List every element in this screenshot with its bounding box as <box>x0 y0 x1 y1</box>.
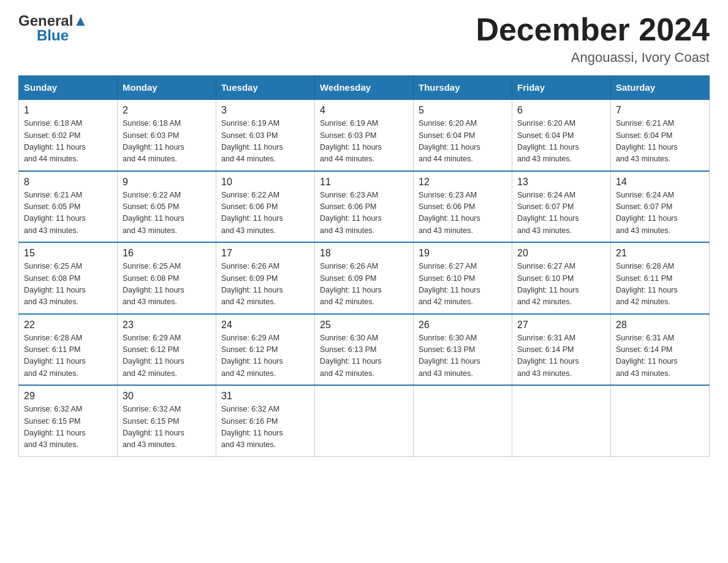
day-number: 27 <box>517 320 605 331</box>
day-info: Sunrise: 6:23 AMSunset: 6:06 PMDaylight:… <box>320 190 408 237</box>
day-info: Sunrise: 6:32 AMSunset: 6:16 PMDaylight:… <box>221 404 309 451</box>
calendar-cell: 12Sunrise: 6:23 AMSunset: 6:06 PMDayligh… <box>414 171 512 243</box>
calendar-week-row: 1Sunrise: 6:18 AMSunset: 6:02 PMDaylight… <box>19 99 710 171</box>
day-number: 26 <box>419 320 507 331</box>
calendar-cell: 5Sunrise: 6:20 AMSunset: 6:04 PMDaylight… <box>414 99 512 171</box>
calendar-week-row: 29Sunrise: 6:32 AMSunset: 6:15 PMDayligh… <box>19 385 710 456</box>
day-info: Sunrise: 6:32 AMSunset: 6:15 PMDaylight:… <box>123 404 211 451</box>
day-info: Sunrise: 6:26 AMSunset: 6:09 PMDaylight:… <box>320 261 408 308</box>
day-number: 9 <box>123 177 211 188</box>
day-number: 31 <box>221 391 309 402</box>
day-number: 20 <box>517 248 605 259</box>
day-info: Sunrise: 6:25 AMSunset: 6:08 PMDaylight:… <box>123 261 211 308</box>
day-number: 12 <box>419 177 507 188</box>
day-number: 10 <box>221 177 309 188</box>
day-info: Sunrise: 6:19 AMSunset: 6:03 PMDaylight:… <box>221 118 309 166</box>
calendar-cell: 11Sunrise: 6:23 AMSunset: 6:06 PMDayligh… <box>315 171 414 243</box>
day-info: Sunrise: 6:29 AMSunset: 6:12 PMDaylight:… <box>123 332 211 380</box>
header-friday: Friday <box>512 76 611 100</box>
calendar-cell: 21Sunrise: 6:28 AMSunset: 6:11 PMDayligh… <box>611 242 710 314</box>
day-info: Sunrise: 6:29 AMSunset: 6:12 PMDaylight:… <box>221 332 309 380</box>
calendar-cell: 16Sunrise: 6:25 AMSunset: 6:08 PMDayligh… <box>118 242 216 314</box>
header-thursday: Thursday <box>414 76 512 100</box>
day-info: Sunrise: 6:28 AMSunset: 6:11 PMDaylight:… <box>616 261 704 308</box>
day-info: Sunrise: 6:22 AMSunset: 6:05 PMDaylight:… <box>123 190 211 237</box>
day-info: Sunrise: 6:24 AMSunset: 6:07 PMDaylight:… <box>616 190 704 237</box>
calendar-cell: 25Sunrise: 6:30 AMSunset: 6:13 PMDayligh… <box>315 314 414 386</box>
header-saturday: Saturday <box>611 76 710 100</box>
calendar-cell: 3Sunrise: 6:19 AMSunset: 6:03 PMDaylight… <box>216 99 315 171</box>
calendar-cell: 9Sunrise: 6:22 AMSunset: 6:05 PMDaylight… <box>118 171 216 243</box>
day-number: 15 <box>24 248 112 259</box>
day-number: 21 <box>616 248 704 259</box>
day-number: 7 <box>616 105 704 116</box>
title-block: December 2024 Angouassi, Ivory Coast <box>476 12 710 66</box>
calendar-cell: 4Sunrise: 6:19 AMSunset: 6:03 PMDaylight… <box>315 99 414 171</box>
day-info: Sunrise: 6:28 AMSunset: 6:11 PMDaylight:… <box>24 332 112 380</box>
day-info: Sunrise: 6:27 AMSunset: 6:10 PMDaylight:… <box>419 261 507 308</box>
calendar-cell: 17Sunrise: 6:26 AMSunset: 6:09 PMDayligh… <box>216 242 315 314</box>
calendar-cell: 10Sunrise: 6:22 AMSunset: 6:06 PMDayligh… <box>216 171 315 243</box>
calendar-cell: 8Sunrise: 6:21 AMSunset: 6:05 PMDaylight… <box>19 171 118 243</box>
day-number: 30 <box>123 391 211 402</box>
day-info: Sunrise: 6:19 AMSunset: 6:03 PMDaylight:… <box>320 118 408 166</box>
day-number: 22 <box>24 320 112 331</box>
day-number: 3 <box>221 105 309 116</box>
day-info: Sunrise: 6:20 AMSunset: 6:04 PMDaylight:… <box>419 118 507 166</box>
header-wednesday: Wednesday <box>315 76 414 100</box>
day-number: 23 <box>123 320 211 331</box>
page-header: General▲ Blue December 2024 Angouassi, I… <box>18 12 710 66</box>
calendar-cell: 19Sunrise: 6:27 AMSunset: 6:10 PMDayligh… <box>414 242 512 314</box>
logo: General▲ Blue <box>18 12 88 44</box>
day-info: Sunrise: 6:30 AMSunset: 6:13 PMDaylight:… <box>320 332 408 380</box>
calendar-cell <box>611 385 710 456</box>
day-info: Sunrise: 6:21 AMSunset: 6:05 PMDaylight:… <box>24 190 112 237</box>
day-number: 25 <box>320 320 408 331</box>
day-number: 1 <box>24 105 112 116</box>
day-number: 2 <box>123 105 211 116</box>
calendar-cell: 22Sunrise: 6:28 AMSunset: 6:11 PMDayligh… <box>19 314 118 386</box>
day-number: 5 <box>419 105 507 116</box>
day-info: Sunrise: 6:22 AMSunset: 6:06 PMDaylight:… <box>221 190 309 237</box>
calendar-cell: 1Sunrise: 6:18 AMSunset: 6:02 PMDaylight… <box>19 99 118 171</box>
calendar-cell <box>315 385 414 456</box>
calendar-cell: 15Sunrise: 6:25 AMSunset: 6:08 PMDayligh… <box>19 242 118 314</box>
calendar-cell <box>414 385 512 456</box>
calendar-week-row: 15Sunrise: 6:25 AMSunset: 6:08 PMDayligh… <box>19 242 710 314</box>
day-number: 13 <box>517 177 605 188</box>
day-info: Sunrise: 6:23 AMSunset: 6:06 PMDaylight:… <box>419 190 507 237</box>
day-info: Sunrise: 6:25 AMSunset: 6:08 PMDaylight:… <box>24 261 112 308</box>
day-info: Sunrise: 6:31 AMSunset: 6:14 PMDaylight:… <box>616 332 704 380</box>
day-number: 6 <box>517 105 605 116</box>
day-info: Sunrise: 6:27 AMSunset: 6:10 PMDaylight:… <box>517 261 605 308</box>
day-info: Sunrise: 6:24 AMSunset: 6:07 PMDaylight:… <box>517 190 605 237</box>
calendar-cell: 18Sunrise: 6:26 AMSunset: 6:09 PMDayligh… <box>315 242 414 314</box>
day-info: Sunrise: 6:26 AMSunset: 6:09 PMDaylight:… <box>221 261 309 308</box>
day-number: 18 <box>320 248 408 259</box>
calendar-cell: 23Sunrise: 6:29 AMSunset: 6:12 PMDayligh… <box>118 314 216 386</box>
day-number: 28 <box>616 320 704 331</box>
day-info: Sunrise: 6:20 AMSunset: 6:04 PMDaylight:… <box>517 118 605 166</box>
day-number: 16 <box>123 248 211 259</box>
header-tuesday: Tuesday <box>216 76 315 100</box>
day-info: Sunrise: 6:31 AMSunset: 6:14 PMDaylight:… <box>517 332 605 380</box>
calendar-cell: 6Sunrise: 6:20 AMSunset: 6:04 PMDaylight… <box>512 99 611 171</box>
day-info: Sunrise: 6:21 AMSunset: 6:04 PMDaylight:… <box>616 118 704 166</box>
day-info: Sunrise: 6:18 AMSunset: 6:02 PMDaylight:… <box>24 118 112 166</box>
calendar-cell: 13Sunrise: 6:24 AMSunset: 6:07 PMDayligh… <box>512 171 611 243</box>
day-info: Sunrise: 6:32 AMSunset: 6:15 PMDaylight:… <box>24 404 112 451</box>
day-number: 19 <box>419 248 507 259</box>
calendar-week-row: 8Sunrise: 6:21 AMSunset: 6:05 PMDaylight… <box>19 171 710 243</box>
calendar-cell: 26Sunrise: 6:30 AMSunset: 6:13 PMDayligh… <box>414 314 512 386</box>
calendar-cell: 30Sunrise: 6:32 AMSunset: 6:15 PMDayligh… <box>118 385 216 456</box>
calendar-cell: 27Sunrise: 6:31 AMSunset: 6:14 PMDayligh… <box>512 314 611 386</box>
header-monday: Monday <box>118 76 216 100</box>
day-number: 8 <box>24 177 112 188</box>
header-sunday: Sunday <box>19 76 118 100</box>
day-number: 14 <box>616 177 704 188</box>
logo-blue-text: Blue <box>37 27 69 44</box>
calendar-cell: 14Sunrise: 6:24 AMSunset: 6:07 PMDayligh… <box>611 171 710 243</box>
calendar-cell: 29Sunrise: 6:32 AMSunset: 6:15 PMDayligh… <box>19 385 118 456</box>
day-number: 29 <box>24 391 112 402</box>
calendar-cell: 24Sunrise: 6:29 AMSunset: 6:12 PMDayligh… <box>216 314 315 386</box>
